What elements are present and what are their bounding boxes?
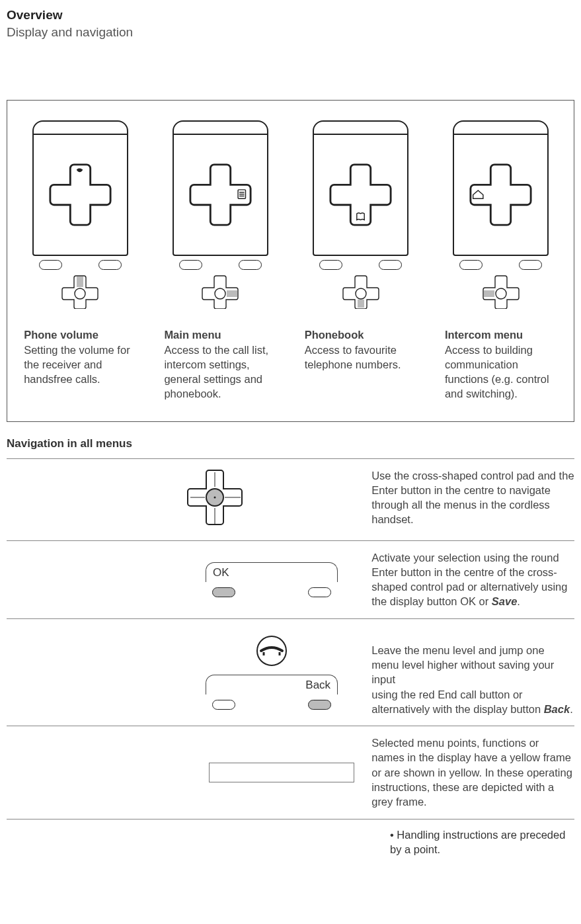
dpad-large-icon bbox=[49, 163, 112, 226]
phone-caption-title: Phone volume bbox=[24, 327, 136, 342]
phone-col-volume: Phone volume Setting the volume for the … bbox=[19, 120, 141, 401]
phone-caption-title: Main menu bbox=[164, 327, 276, 342]
dpad-large-icon bbox=[329, 163, 392, 226]
nav-row-text: Leave the menu level and jump one menu l… bbox=[371, 618, 574, 726]
softkey-oval-icon bbox=[98, 260, 122, 270]
dpad-large-icon bbox=[469, 163, 532, 226]
ok-label: OK bbox=[213, 566, 229, 581]
softkey-oval-icon bbox=[379, 260, 402, 270]
softkey-oval-icon bbox=[319, 260, 342, 270]
softkey-oval-icon bbox=[308, 587, 331, 597]
svg-point-0 bbox=[75, 288, 85, 299]
softkey-oval-icon bbox=[179, 260, 202, 270]
phone-col-mainmenu: Main menu Access to the call list, inter… bbox=[159, 120, 281, 401]
phone-device bbox=[173, 120, 268, 256]
softkey-oval-icon bbox=[39, 260, 62, 270]
dpad-small-icon bbox=[200, 274, 240, 309]
dpad-small-icon bbox=[481, 274, 521, 309]
phone-caption-title: Phonebook bbox=[305, 327, 417, 342]
softkey-oval-icon bbox=[212, 700, 235, 710]
phone-device bbox=[453, 120, 549, 256]
phones-overview-box: Phone volume Setting the volume for the … bbox=[7, 100, 574, 421]
phone-col-phonebook: Phonebook Access to favourite telephone … bbox=[300, 120, 422, 401]
ok-display-bar: OK bbox=[206, 562, 338, 582]
dpad-small-icon bbox=[60, 274, 100, 309]
nav-row-text: Selected menu points, functions or names… bbox=[371, 726, 574, 819]
softkey-oval-icon bbox=[308, 700, 331, 710]
phone-caption-desc: Access to building communication functio… bbox=[445, 344, 549, 400]
svg-point-6 bbox=[215, 288, 225, 299]
handling-note: • Handling instructions are preceded by … bbox=[7, 827, 574, 857]
phone-device bbox=[32, 120, 128, 256]
navigation-table: Use the cross-shaped control pad and the… bbox=[7, 458, 574, 819]
svg-rect-11 bbox=[484, 290, 494, 297]
softkey-oval-icon bbox=[239, 260, 262, 270]
phone-col-intercom: Intercom menu Access to building communi… bbox=[440, 120, 562, 401]
softkey-oval-icon bbox=[212, 587, 235, 597]
dpad-large-icon bbox=[189, 163, 252, 226]
nav-row-text: Activate your selection using the round … bbox=[371, 540, 574, 618]
svg-rect-9 bbox=[358, 300, 364, 308]
svg-point-8 bbox=[356, 288, 366, 299]
nav-row-text: Use the cross-shaped control pad and the… bbox=[371, 458, 574, 540]
svg-point-10 bbox=[496, 288, 506, 299]
svg-rect-1 bbox=[77, 276, 83, 287]
svg-rect-7 bbox=[227, 290, 237, 297]
nav-section-heading: Navigation in all menus bbox=[7, 437, 574, 452]
phone-device bbox=[313, 120, 408, 256]
back-display-bar: Back bbox=[206, 675, 338, 694]
control-pad-icon bbox=[185, 468, 245, 531]
selection-frame-icon bbox=[209, 763, 354, 782]
phone-caption-desc: Setting the volume for the receiver and … bbox=[24, 344, 130, 386]
end-call-button-icon bbox=[252, 635, 291, 669]
phone-caption-desc: Access to the call list, intercom settin… bbox=[164, 344, 268, 400]
dpad-small-icon bbox=[341, 274, 381, 309]
svg-point-13 bbox=[214, 496, 216, 498]
phone-caption-desc: Access to favourite telephone numbers. bbox=[305, 344, 401, 370]
phone-caption-title: Intercom menu bbox=[445, 327, 557, 342]
page-subtitle: Display and navigation bbox=[7, 24, 574, 41]
back-label: Back bbox=[305, 678, 330, 693]
softkey-oval-icon bbox=[459, 260, 483, 270]
page-title: Overview bbox=[7, 7, 574, 24]
softkey-oval-icon bbox=[519, 260, 542, 270]
